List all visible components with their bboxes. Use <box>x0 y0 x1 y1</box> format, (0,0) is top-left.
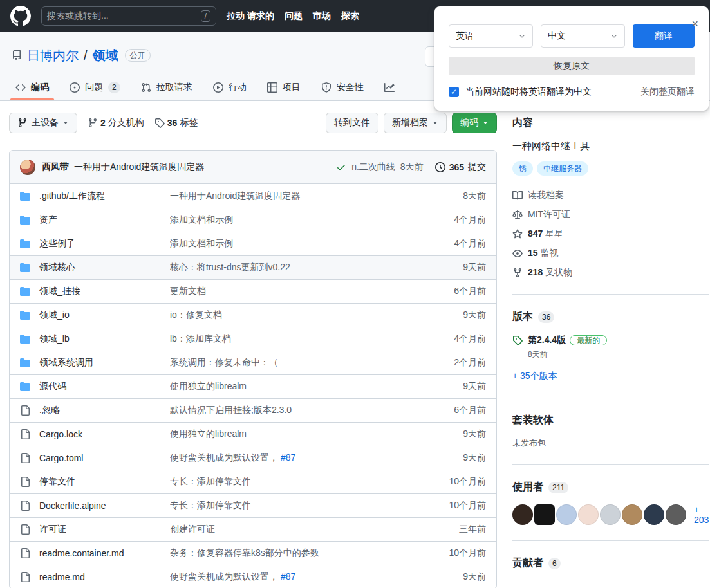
avatar[interactable] <box>512 504 533 525</box>
file-commit-message[interactable]: 创建许可证 <box>170 524 418 535</box>
file-name-link[interactable]: 停靠文件 <box>39 476 170 488</box>
file-commit-message[interactable]: lb：添加库文档 <box>170 333 418 345</box>
table-row[interactable]: 领域_挂接 更新文档 6个月前 <box>10 279 496 303</box>
about-meta-item[interactable]: 847 星星 <box>512 228 709 240</box>
commit-ref[interactable]: n.二次曲线 <box>351 161 395 173</box>
file-commit-message[interactable]: 系统调用：修复未命中：（ <box>170 357 418 369</box>
commit-author-avatar[interactable] <box>20 160 35 175</box>
about-meta-item[interactable]: 15 监视 <box>512 248 709 259</box>
more-releases-link[interactable]: + 35个版本 <box>512 371 557 382</box>
go-to-file-button[interactable]: 转到文件 <box>326 113 378 133</box>
add-file-button[interactable]: 新增档案 <box>384 113 447 133</box>
tab-security[interactable]: 安全性 <box>311 76 374 100</box>
file-name-link[interactable]: .github/工作流程 <box>39 190 170 202</box>
table-row[interactable]: 领域核心 核心：将trust-dns更新到v0.22 9天前 <box>10 255 496 279</box>
header-nav-item[interactable]: 拉动 请求的 <box>227 10 274 22</box>
file-name-link[interactable]: 这些例子 <box>39 238 170 250</box>
auto-translate-checkbox[interactable]: ✓ <box>449 87 459 97</box>
file-commit-message[interactable]: 专长：添加停靠文件 <box>170 500 418 511</box>
header-nav-item[interactable]: 探索 <box>341 10 359 22</box>
branches-link[interactable]: 2 分支机构 <box>88 117 144 129</box>
latest-release[interactable]: 第2.4.4版最新的 <box>512 334 709 347</box>
close-icon[interactable]: × <box>691 18 698 30</box>
tab-actions[interactable]: 行动 <box>203 76 257 100</box>
avatar[interactable] <box>666 504 686 525</box>
file-name-link[interactable]: 领域_io <box>39 309 170 321</box>
file-name-link[interactable]: readme.md <box>39 572 170 582</box>
file-commit-message[interactable]: 更新文档 <box>170 286 418 297</box>
contributors-title[interactable]: 贡献者 <box>512 556 543 570</box>
table-row[interactable]: .github/工作流程 一种用于Android建筑温度固定器 8天前 <box>10 184 496 208</box>
table-row[interactable]: .忽略 默认情况下启用挂接;版本2.3.0 6个月前 <box>10 398 496 422</box>
close-page-translate-link[interactable]: 关闭整页翻译 <box>640 86 695 98</box>
source-language-select[interactable]: 英语 <box>449 24 533 48</box>
file-name-link[interactable]: 领域_lb <box>39 333 170 345</box>
commit-author-link[interactable]: 西风带 <box>42 161 69 173</box>
tags-link[interactable]: 36 标签 <box>154 117 198 129</box>
file-name-link[interactable]: 领域系统调用 <box>39 357 170 369</box>
search-input[interactable]: 搜索或跳转到... / <box>41 6 216 26</box>
branch-selector-button[interactable]: 主设备 <box>9 113 77 133</box>
target-language-select[interactable]: 中文 <box>541 24 625 48</box>
file-commit-message[interactable]: 专长：添加停靠文件 <box>170 476 418 488</box>
table-row[interactable]: Cargo.toml 使野蛮关机成为默认设置， #87 9天前 <box>10 446 496 470</box>
topic-pill[interactable]: 中继服务器 <box>537 161 588 176</box>
file-name-link[interactable]: Dockerfile.alpine <box>39 501 170 511</box>
issue-reference-link[interactable]: #87 <box>281 452 295 463</box>
table-row[interactable]: 源代码 使用独立的librealm 9天前 <box>10 374 496 398</box>
repo-name-link[interactable]: 领域 <box>93 46 118 64</box>
avatar[interactable] <box>622 504 642 525</box>
code-button[interactable]: 编码 <box>452 113 497 133</box>
file-name-link[interactable]: 源代码 <box>39 381 170 392</box>
file-commit-message[interactable]: 一种用于Android建筑温度固定器 <box>170 190 418 202</box>
file-name-link[interactable]: 许可证 <box>39 524 170 535</box>
about-meta-item[interactable]: 读我档案 <box>512 190 709 201</box>
file-commit-message[interactable]: 添加文档和示例 <box>170 238 418 250</box>
file-commit-message[interactable]: 使用独立的librealm <box>170 428 418 440</box>
file-commit-message[interactable]: 使野蛮关机成为默认设置， #87 <box>170 452 418 464</box>
github-logo-icon[interactable] <box>10 6 31 26</box>
file-commit-message[interactable]: 使用独立的librealm <box>170 381 418 392</box>
used-by-title[interactable]: 使用者 <box>512 481 543 494</box>
tab-pr[interactable]: 拉取请求 <box>131 76 203 100</box>
file-commit-message[interactable]: io：修复文档 <box>170 309 418 321</box>
about-meta-item[interactable]: 218 叉状物 <box>512 267 709 279</box>
check-icon[interactable] <box>336 162 346 172</box>
translate-button[interactable]: 翻译 <box>633 24 695 48</box>
table-row[interactable]: 资产 添加文档和示例 4个月前 <box>10 208 496 232</box>
file-name-link[interactable]: 领域核心 <box>39 262 170 273</box>
avatar[interactable] <box>556 504 577 525</box>
used-by-more-link[interactable]: + 203 <box>694 504 709 525</box>
avatar[interactable] <box>600 504 621 525</box>
table-row[interactable]: 许可证 创建许可证 三年前 <box>10 517 496 541</box>
restore-original-button[interactable]: 恢复原文 <box>449 57 695 75</box>
commit-message-link[interactable]: 一种用于Android建筑温度固定器 <box>74 161 204 173</box>
tab-issue[interactable]: 问题 2 <box>59 76 131 100</box>
table-row[interactable]: 停靠文件 专长：添加停靠文件 10个月前 <box>10 470 496 493</box>
repo-owner-link[interactable]: 日博内尔 <box>27 46 79 64</box>
avatar[interactable] <box>644 504 664 525</box>
file-commit-message[interactable]: 使野蛮关机成为默认设置， #87 <box>170 571 418 583</box>
file-commit-message[interactable]: 杂务：修复容器停靠k8s部分中的参数 <box>170 547 418 559</box>
table-row[interactable]: 领域系统调用 系统调用：修复未命中：（ 2个月前 <box>10 351 496 374</box>
commit-history-link[interactable]: 365 提交 <box>435 161 486 173</box>
table-row[interactable]: 领域_io io：修复文档 9天前 <box>10 303 496 327</box>
file-name-link[interactable]: 资产 <box>39 214 170 226</box>
file-name-link[interactable]: .忽略 <box>39 405 170 416</box>
about-meta-item[interactable]: MIT许可证 <box>512 209 709 221</box>
avatar[interactable] <box>534 504 555 525</box>
file-commit-message[interactable]: 核心：将trust-dns更新到v0.22 <box>170 262 418 273</box>
file-commit-message[interactable]: 默认情况下启用挂接;版本2.3.0 <box>170 405 418 416</box>
table-row[interactable]: Dockerfile.alpine 专长：添加停靠文件 10个月前 <box>10 493 496 517</box>
file-commit-message[interactable]: 添加文档和示例 <box>170 214 418 226</box>
header-nav-item[interactable]: 市场 <box>313 10 331 22</box>
file-name-link[interactable]: 领域_挂接 <box>39 286 170 297</box>
file-name-link[interactable]: Cargo.toml <box>39 453 170 463</box>
table-row[interactable]: 领域_lb lb：添加库文档 4个月前 <box>10 327 496 351</box>
releases-title[interactable]: 版本 <box>512 310 533 324</box>
tab-code[interactable]: 编码 <box>5 76 59 100</box>
table-row[interactable]: Cargo.lock 使用独立的librealm 9天前 <box>10 422 496 446</box>
topic-pill[interactable]: 锈 <box>512 161 533 176</box>
avatar[interactable] <box>578 504 599 525</box>
file-name-link[interactable]: readme.container.md <box>39 548 170 558</box>
